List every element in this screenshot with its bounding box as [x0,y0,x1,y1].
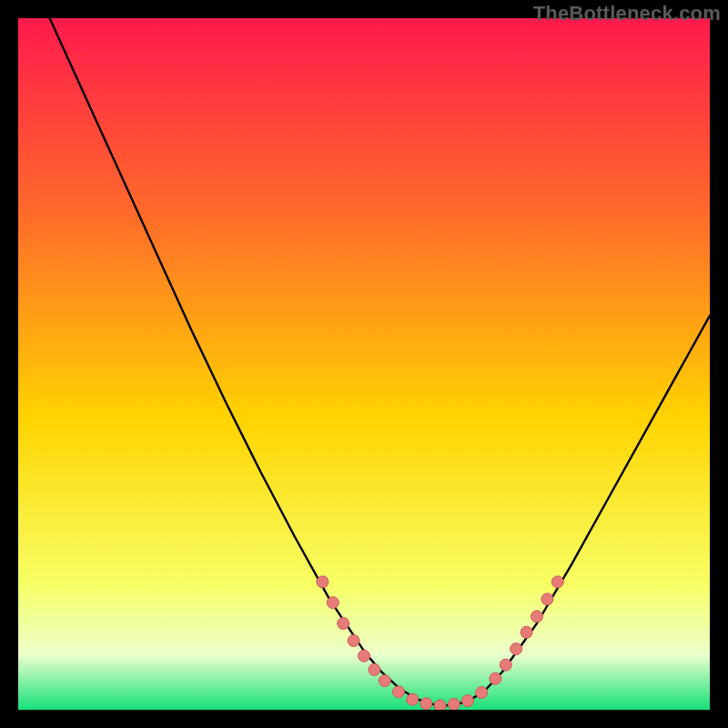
data-marker [348,635,359,647]
data-marker [327,597,339,609]
data-marker [407,693,419,705]
data-marker [551,576,563,588]
data-marker [500,659,511,671]
data-marker [490,672,501,684]
data-marker [511,643,522,655]
data-marker [541,593,553,605]
data-marker [338,618,349,630]
data-marker [369,663,380,675]
data-marker [448,698,460,710]
chart-svg [18,18,710,710]
data-marker [379,675,390,687]
data-marker [531,611,543,622]
gradient-background [18,18,710,710]
data-marker [434,700,446,710]
data-marker [420,698,432,710]
data-marker [476,687,488,699]
data-marker [521,626,532,638]
data-marker [393,686,405,698]
data-marker [317,576,329,588]
data-marker [359,650,370,662]
data-marker [462,695,474,707]
